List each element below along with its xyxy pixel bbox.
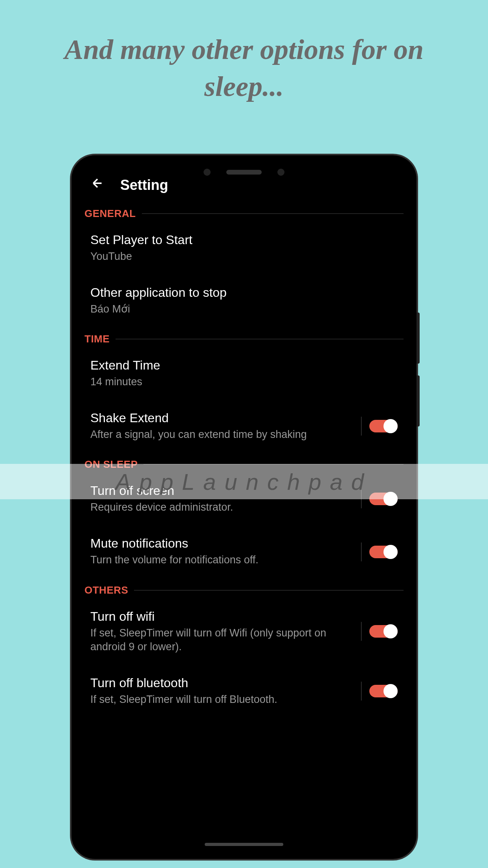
setting-title: Shake Extend: [90, 411, 353, 425]
setting-turn-off-wifi[interactable]: Turn off wifi If set, SleepTimer will tu…: [79, 598, 409, 665]
section-divider: [116, 339, 404, 339]
setting-other-app-stop[interactable]: Other application to stop Báo Mới: [79, 274, 409, 327]
vertical-divider: [361, 417, 361, 436]
toggle-container: [361, 417, 398, 436]
setting-subtitle: After a signal, you can extend time by s…: [90, 428, 353, 441]
page-title: Setting: [120, 177, 168, 193]
phone-sensor-dot: [277, 169, 284, 176]
setting-subtitle: Turn the volume for notifications off.: [90, 553, 353, 567]
setting-subtitle: Báo Mới: [90, 302, 398, 316]
home-indicator: [205, 843, 283, 846]
vertical-divider: [361, 542, 361, 561]
section-divider: [142, 213, 404, 214]
setting-title: Turn off wifi: [90, 609, 353, 624]
setting-extend-time[interactable]: Extend Time 14 minutes: [79, 347, 409, 400]
setting-text: Shake Extend After a signal, you can ext…: [90, 411, 353, 441]
setting-subtitle: If set, SleepTimer will turn off Bluetoo…: [90, 693, 353, 706]
phone-speaker: [226, 170, 262, 175]
phone-side-button: [416, 375, 420, 427]
toggle-turn-off-bluetooth[interactable]: [369, 685, 398, 697]
setting-title: Extend Time: [90, 358, 398, 373]
phone-camera-dot: [204, 169, 211, 176]
toggle-shake-extend[interactable]: [369, 420, 398, 432]
section-divider: [134, 590, 404, 590]
setting-title: Set Player to Start: [90, 233, 398, 247]
promo-headline: And many other options for on sleep...: [0, 0, 488, 121]
toggle-knob: [383, 419, 398, 433]
toggle-container: [361, 682, 398, 701]
phone-notch: [189, 162, 299, 182]
app-screen: Setting GENERAL Set Player to Start YouT…: [79, 162, 409, 852]
setting-text: Turn off bluetooth If set, SleepTimer wi…: [90, 676, 353, 706]
phone-mockup-frame: Setting GENERAL Set Player to Start YouT…: [72, 155, 416, 859]
back-icon[interactable]: [90, 176, 105, 194]
section-label: TIME: [84, 333, 110, 345]
setting-mute-notifications[interactable]: Mute notifications Turn the volume for n…: [79, 525, 409, 578]
vertical-divider: [361, 622, 361, 641]
section-header-general: GENERAL: [79, 202, 409, 222]
setting-subtitle: If set, SleepTimer will turn off Wifi (o…: [90, 626, 353, 654]
setting-subtitle: Requires device administrator.: [90, 500, 353, 514]
toggle-mute-notifications[interactable]: [369, 546, 398, 558]
settings-list: GENERAL Set Player to Start YouTube Othe…: [79, 202, 409, 725]
setting-shake-extend[interactable]: Shake Extend After a signal, you can ext…: [79, 400, 409, 452]
setting-set-player[interactable]: Set Player to Start YouTube: [79, 222, 409, 274]
toggle-container: [361, 542, 398, 561]
setting-text: Mute notifications Turn the volume for n…: [90, 536, 353, 567]
toggle-turn-off-wifi[interactable]: [369, 625, 398, 638]
toggle-container: [361, 622, 398, 641]
section-header-time: TIME: [79, 327, 409, 347]
setting-title: Mute notifications: [90, 536, 353, 551]
setting-text: Extend Time 14 minutes: [90, 358, 398, 389]
phone-side-button: [416, 313, 420, 364]
setting-turn-off-bluetooth[interactable]: Turn off bluetooth If set, SleepTimer wi…: [79, 665, 409, 717]
setting-subtitle: YouTube: [90, 250, 398, 263]
setting-text: Turn off wifi If set, SleepTimer will tu…: [90, 609, 353, 654]
setting-text: Set Player to Start YouTube: [90, 233, 398, 263]
setting-subtitle: 14 minutes: [90, 375, 398, 389]
vertical-divider: [361, 682, 361, 701]
section-label: OTHERS: [84, 584, 128, 596]
phone-inner-frame: Setting GENERAL Set Player to Start YouT…: [79, 162, 409, 852]
watermark-text: AppLaunchpad: [116, 469, 372, 495]
setting-title: Turn off bluetooth: [90, 676, 353, 690]
section-header-others: OTHERS: [79, 578, 409, 598]
toggle-knob: [383, 684, 398, 698]
toggle-knob: [383, 624, 398, 638]
toggle-knob: [383, 545, 398, 559]
watermark-overlay: AppLaunchpad: [0, 464, 488, 499]
section-label: GENERAL: [84, 208, 136, 220]
setting-title: Other application to stop: [90, 285, 398, 300]
setting-text: Other application to stop Báo Mới: [90, 285, 398, 316]
